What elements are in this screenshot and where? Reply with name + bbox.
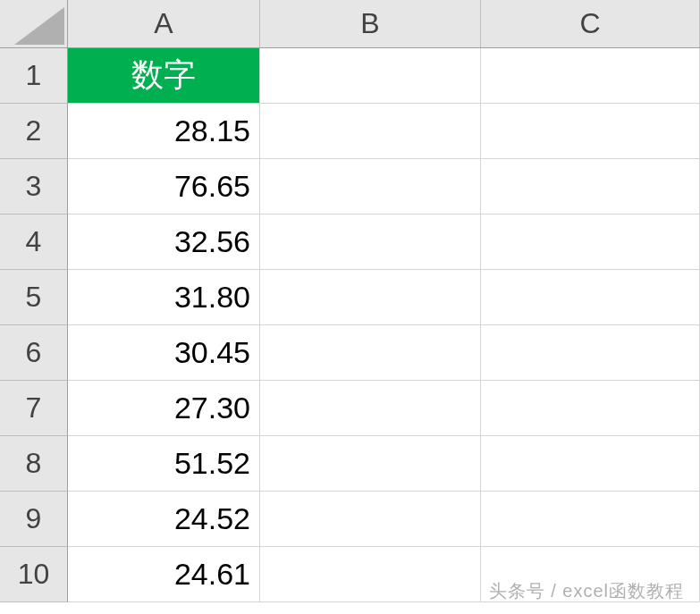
cell-c2[interactable] [481, 104, 700, 159]
cell-c8[interactable] [481, 436, 700, 492]
cell-b8[interactable] [260, 436, 481, 492]
cell-a8[interactable]: 51.52 [68, 436, 260, 492]
cell-b1[interactable] [260, 48, 481, 104]
row-header-3[interactable]: 3 [0, 159, 68, 214]
row-header-9[interactable]: 9 [0, 492, 68, 547]
cell-b6[interactable] [260, 325, 481, 381]
cell-c1[interactable] [481, 48, 700, 104]
row-header-8[interactable]: 8 [0, 436, 68, 492]
spreadsheet-grid: A B C 1 数字 2 28.15 3 76.65 4 32.56 5 31.… [0, 0, 700, 602]
cell-a6[interactable]: 30.45 [68, 325, 260, 381]
cell-c6[interactable] [481, 325, 700, 381]
row-header-5[interactable]: 5 [0, 270, 68, 325]
select-all-corner[interactable] [0, 0, 68, 48]
row-header-6[interactable]: 6 [0, 325, 68, 381]
cell-b7[interactable] [260, 381, 481, 436]
cell-c4[interactable] [481, 214, 700, 270]
cell-c3[interactable] [481, 159, 700, 214]
cell-a10[interactable]: 24.61 [68, 547, 260, 602]
column-header-a[interactable]: A [68, 0, 260, 48]
row-header-1[interactable]: 1 [0, 48, 68, 104]
cell-a2[interactable]: 28.15 [68, 104, 260, 159]
cell-a7[interactable]: 27.30 [68, 381, 260, 436]
column-header-c[interactable]: C [481, 0, 700, 48]
cell-b9[interactable] [260, 492, 481, 547]
row-header-7[interactable]: 7 [0, 381, 68, 436]
cell-b10[interactable] [260, 547, 481, 602]
cell-b4[interactable] [260, 214, 481, 270]
cell-a9[interactable]: 24.52 [68, 492, 260, 547]
row-header-10[interactable]: 10 [0, 547, 68, 602]
cell-c9[interactable] [481, 492, 700, 547]
row-header-4[interactable]: 4 [0, 214, 68, 270]
column-header-b[interactable]: B [260, 0, 481, 48]
cell-a4[interactable]: 32.56 [68, 214, 260, 270]
cell-a1[interactable]: 数字 [68, 48, 260, 104]
cell-c7[interactable] [481, 381, 700, 436]
cell-b3[interactable] [260, 159, 481, 214]
cell-b2[interactable] [260, 104, 481, 159]
watermark-text: 头条号 / excel函数教程 [489, 579, 684, 603]
cell-c5[interactable] [481, 270, 700, 325]
cell-a5[interactable]: 31.80 [68, 270, 260, 325]
cell-a3[interactable]: 76.65 [68, 159, 260, 214]
row-header-2[interactable]: 2 [0, 104, 68, 159]
cell-b5[interactable] [260, 270, 481, 325]
